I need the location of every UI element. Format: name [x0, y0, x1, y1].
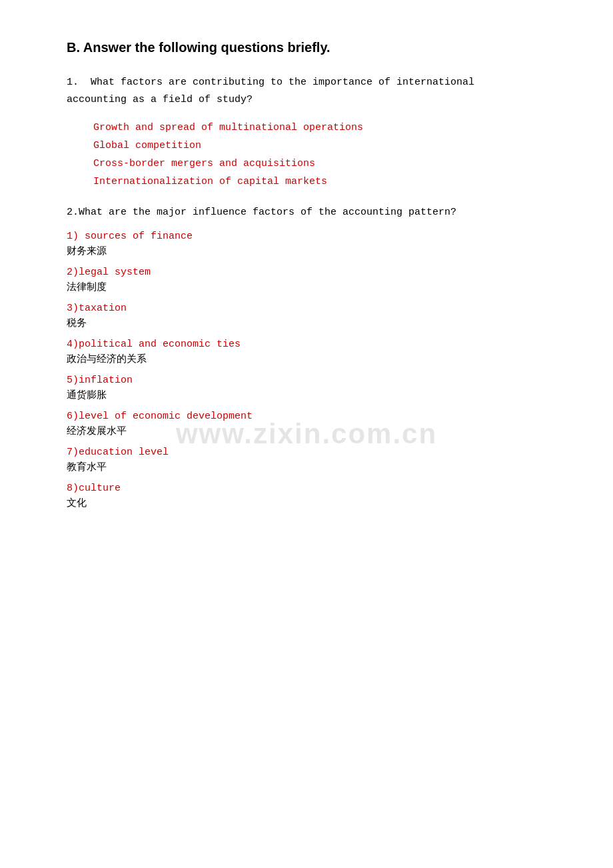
factor-cn: 文化: [67, 497, 560, 509]
factor-cn: 经济发展水平: [67, 425, 560, 437]
answer-item: Cross-border mergers and acquisitions: [93, 155, 560, 173]
answer-item: Global competition: [93, 137, 560, 155]
factor-list: 1) sources of finance财务来源2)legal system法…: [67, 231, 560, 509]
factor-en: 2)legal system: [67, 267, 560, 278]
factor-cn: 法律制度: [67, 281, 560, 293]
answer-list-1: Growth and spread of multinational opera…: [93, 119, 560, 191]
factor-en: 1) sources of finance: [67, 231, 560, 242]
factor-cn: 教育水平: [67, 461, 560, 473]
question-1: 1. What factors are contributing to the …: [67, 74, 560, 108]
factor-cn: 税务: [67, 317, 560, 329]
factor-en: 7)education level: [67, 447, 560, 458]
answer-item: Internationalization of capital markets: [93, 173, 560, 191]
factor-en: 6)level of economic development: [67, 411, 560, 422]
question-2: 2.What are the major influence factors o…: [67, 204, 560, 221]
section-heading: B. Answer the following questions briefl…: [67, 40, 560, 55]
factor-en: 3)taxation: [67, 303, 560, 314]
factor-cn: 通货膨胀: [67, 389, 560, 401]
factor-en: 4)political and economic ties: [67, 339, 560, 350]
factor-cn: 政治与经济的关系: [67, 353, 560, 365]
factor-cn: 财务来源: [67, 245, 560, 257]
factor-en: 5)inflation: [67, 375, 560, 386]
factor-en: 8)culture: [67, 483, 560, 494]
answer-item: Growth and spread of multinational opera…: [93, 119, 560, 137]
